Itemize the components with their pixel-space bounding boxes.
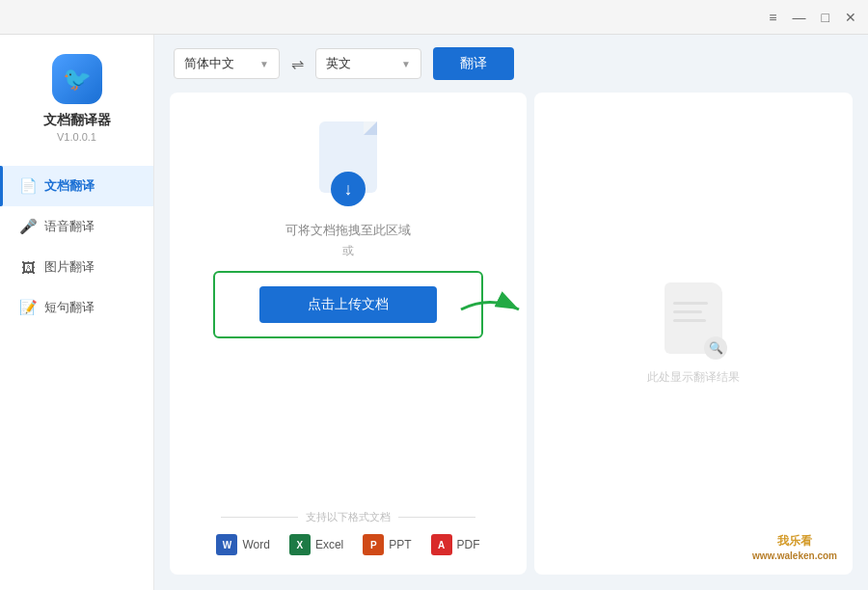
result-panel: 🔍 此处显示翻译结果 我乐看 www.waleken.com: [534, 93, 853, 575]
app-version: V1.0.0.1: [57, 131, 96, 143]
watermark: 我乐看 www.waleken.com: [752, 533, 837, 563]
target-lang-arrow: ▼: [401, 59, 411, 69]
excel-label: Excel: [315, 538, 343, 551]
format-icons: W Word X Excel P PPT A P: [216, 534, 479, 555]
result-placeholder: 🔍 此处显示翻译结果: [647, 282, 740, 386]
result-line-2: [673, 310, 702, 313]
upload-panel: ↓ 可将文档拖拽至此区域 或 点击上传文档: [170, 93, 527, 575]
swap-lang-icon[interactable]: ⇌: [291, 55, 304, 73]
pdf-icon: A: [431, 534, 452, 555]
sidebar-item-label-sentence: 短句翻译: [44, 299, 95, 316]
formats-divider: 支持以下格式文档: [221, 510, 475, 524]
excel-icon: X: [289, 534, 311, 555]
close-icon[interactable]: ✕: [845, 10, 856, 25]
sidebar-item-label-image: 图片翻译: [44, 258, 95, 276]
voice-translate-icon: 🎤: [19, 218, 37, 235]
sidebar-item-voice-translate[interactable]: 🎤 语音翻译: [0, 206, 153, 247]
download-arrow-icon: ↓: [331, 172, 366, 206]
sidebar-item-sentence-translate[interactable]: 📝 短句翻译: [0, 287, 153, 328]
word-icon: W: [216, 534, 237, 555]
sidebar-item-doc-translate[interactable]: 📄 文档翻译: [0, 166, 153, 206]
sidebar-item-label-doc: 文档翻译: [44, 177, 95, 195]
app-body: 🐦 文档翻译器 V1.0.0.1 📄 文档翻译 🎤 语音翻译 🖼 图片翻译 📝 …: [0, 35, 868, 590]
pdf-label: PDF: [457, 538, 480, 551]
upload-file-button[interactable]: 点击上传文档: [259, 286, 437, 323]
upload-icon-box: ↓: [314, 121, 382, 199]
doc-fold: [364, 121, 377, 135]
or-text: 或: [342, 243, 354, 259]
sentence-translate-icon: 📝: [19, 299, 37, 316]
doc-translate-icon: 📄: [19, 177, 37, 195]
format-word: W Word: [216, 534, 269, 555]
format-excel: X Excel: [289, 534, 343, 555]
result-hint-text: 此处显示翻译结果: [647, 369, 740, 386]
watermark-line2: www.waleken.com: [752, 550, 837, 563]
sidebar-item-image-translate[interactable]: 🖼 图片翻译: [0, 247, 153, 287]
target-lang-select[interactable]: 英文 ▼: [315, 48, 421, 79]
source-lang-label: 简体中文: [184, 55, 234, 72]
word-label: Word: [242, 538, 269, 551]
upload-btn-container: 点击上传文档: [213, 271, 484, 338]
image-translate-icon: 🖼: [19, 259, 37, 276]
panels: ↓ 可将文档拖拽至此区域 或 点击上传文档: [154, 93, 868, 590]
minimize-icon[interactable]: —: [793, 10, 806, 25]
result-line-3: [673, 319, 706, 322]
result-lines: [673, 302, 708, 322]
result-line-1: [673, 302, 708, 305]
toolbar: 简体中文 ▼ ⇌ 英文 ▼ 翻译: [154, 35, 868, 93]
sidebar-item-label-voice: 语音翻译: [44, 218, 95, 235]
drag-hint-text: 可将文档拖拽至此区域: [285, 222, 411, 239]
maximize-icon[interactable]: □: [822, 10, 829, 25]
ppt-icon: P: [363, 534, 384, 555]
result-search-icon: 🔍: [704, 336, 727, 360]
target-lang-label: 英文: [326, 55, 351, 72]
title-bar: ≡ — □ ✕: [0, 0, 868, 35]
sidebar-nav: 📄 文档翻译 🎤 语音翻译 🖼 图片翻译 📝 短句翻译: [0, 166, 153, 328]
menu-icon[interactable]: ≡: [769, 10, 776, 25]
formats-area: 支持以下格式文档 W Word X Excel P PPT: [189, 510, 507, 555]
sidebar: 🐦 文档翻译器 V1.0.0.1 📄 文档翻译 🎤 语音翻译 🖼 图片翻译 📝 …: [0, 35, 154, 590]
app-name: 文档翻译器: [43, 112, 111, 129]
format-ppt: P PPT: [363, 534, 411, 555]
translate-button[interactable]: 翻译: [433, 47, 514, 80]
ppt-label: PPT: [389, 538, 411, 551]
content-area: 简体中文 ▼ ⇌ 英文 ▼ 翻译 ↓ 可将文档拖拽至此区域 或: [154, 35, 868, 590]
source-lang-arrow: ▼: [259, 59, 269, 69]
watermark-line1: 我乐看: [752, 533, 837, 550]
logo-icon: 🐦: [63, 66, 92, 93]
app-logo: 🐦: [52, 54, 102, 104]
source-lang-select[interactable]: 简体中文 ▼: [174, 48, 280, 79]
format-pdf: A PDF: [431, 534, 480, 555]
result-doc-icon: 🔍: [660, 282, 727, 360]
